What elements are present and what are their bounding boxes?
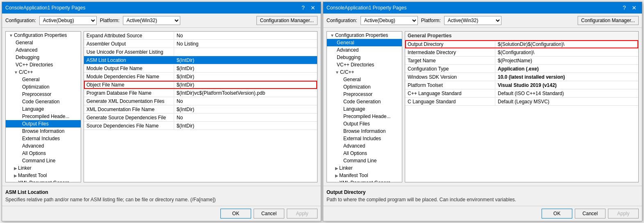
config-manager-btn-2[interactable]: Configuration Manager... [578,16,639,25]
tree-item-vcpp[interactable]: VC++ Directories [6,61,81,68]
apply-button-1[interactable]: Apply [287,209,317,218]
props2-row-int-dir[interactable]: Intermediate Directory $(Configuration)\ [405,48,638,57]
tree-item-cpp-opt[interactable]: Optimization [6,83,81,91]
props2-row-config-type[interactable]: Configuration Type Application (.exe) [405,65,638,73]
tree-label: VC++ Directories [16,62,53,68]
tree-label: C/C++ [19,69,33,75]
tree-item-cpp-pre[interactable]: Preprocessor [6,91,81,98]
props-panel-1[interactable]: Expand Attributed Source No Assembler Ou… [84,31,317,182]
tree-item-debugging[interactable]: Debugging [6,54,81,61]
props-row-unicode-asm[interactable]: Use Unicode For Assembler Listing [84,48,317,56]
tree-label: Linker [18,165,32,171]
tree-item-advanced[interactable]: Advanced [6,46,81,54]
platform-select-1[interactable]: Active(Win32) [123,16,180,25]
props-row-expand-attr[interactable]: Expand Attributed Source No [84,32,317,40]
ok-button-2[interactable]: OK [542,209,572,218]
props-row-pdb[interactable]: Program Database File Name $(IntDir)vc$(… [84,89,317,97]
tree-panel-2[interactable]: ▼ Configuration Properties General Advan… [327,31,402,182]
tree-item-cpp-lang[interactable]: Language [6,105,81,113]
apply-button-2[interactable]: Apply [608,209,639,218]
platform-select-2[interactable]: Active(Win32) [444,16,501,25]
props-row-xml-name[interactable]: XML Documentation File Name $(IntDir) [84,105,317,114]
ok-button-1[interactable]: OK [220,209,251,218]
tree2-item-config-props[interactable]: ▼ Configuration Properties [327,32,402,39]
tree-label: XML Document Genera... [18,180,74,182]
tree-label: Precompiled Heade... [343,114,390,119]
config-select-1[interactable]: Active(Debug) [39,16,97,25]
tree2-item-browse[interactable]: Browse Information [327,127,402,135]
props-value: No [174,98,317,105]
props-row-obj-file[interactable]: Object File Name $(IntDir) [84,81,317,89]
props-row-gen-src[interactable]: Generate Source Dependencies File No [84,114,317,122]
props-panel-2[interactable]: General Properties Output Directory $(So… [405,31,639,182]
tree-item-cmdline[interactable]: Command Line [6,157,81,164]
config-manager-btn-1[interactable]: Configuration Manager... [256,16,317,25]
props-name: C Language Standard [405,98,495,105]
tree2-item-cpp-precomp[interactable]: Precompiled Heade... [327,113,402,120]
props2-row-toolset[interactable]: Platform Toolset Visual Studio 2019 (v14… [405,81,638,89]
tree2-item-cpp-gen[interactable]: General [327,76,402,83]
tree2-item-xmldoc[interactable]: ▶ XML Document Genera... [327,179,402,182]
tree2-item-cpp-opt[interactable]: Optimization [327,83,402,91]
cancel-button-2[interactable]: Cancel [575,209,605,218]
tree-item-allopts[interactable]: All Options [6,150,81,157]
props2-row-cpp-std[interactable]: C++ Language Standard Default (ISO C++14… [405,89,638,98]
tree2-item-debugging[interactable]: Debugging [327,54,402,61]
props-row-gen-xml[interactable]: Generate XML Documentation Files No [84,97,317,105]
tree-item-cpp[interactable]: ▼ C/C++ [6,68,81,76]
tree-item-browse[interactable]: Browse Information [6,127,81,135]
tree-item-cpp-codegen[interactable]: Code Generation [6,98,81,105]
props2-row-target[interactable]: Target Name $(ProjectName) [405,57,638,65]
tree-item-linker[interactable]: ▶ Linker [6,164,81,172]
tree-item-cpp-precomp[interactable]: Precompiled Heade... [6,113,81,120]
help-button-2[interactable]: ? [620,3,629,12]
props-row-asm-output[interactable]: Assembler Output No Listing [84,40,317,48]
dialog-footer-2: OK Cancel Apply [323,206,642,221]
tree2-item-vcpp[interactable]: VC++ Directories [327,61,402,68]
tree-item-adv2[interactable]: Advanced [6,142,81,150]
platform-label-1: Platform: [100,18,120,23]
help-button-1[interactable]: ? [299,3,308,12]
expand-icon: ▶ [14,173,17,178]
tree2-item-allopts[interactable]: All Options [327,150,402,157]
props2-row-c-std[interactable]: C Language Standard Default (Legacy MSVC… [405,98,638,106]
tree2-item-cmdline[interactable]: Command Line [327,157,402,164]
tree2-item-external[interactable]: External Includes [327,135,402,142]
tree2-item-cpp[interactable]: ▼ C/C++ [327,68,402,76]
tree-item-external[interactable]: External Includes [6,135,81,142]
props-row-asm-loc[interactable]: ASM List Location $(IntDir) [84,56,317,64]
tree2-item-cpp-pre[interactable]: Preprocessor [327,91,402,98]
tree2-item-manifest[interactable]: ▶ Manifest Tool [327,172,402,179]
cancel-button-1[interactable]: Cancel [254,209,284,218]
dialog1-title: ConsoleApplication1 Property Pages [5,5,85,11]
tree-item-xmldoc[interactable]: ▶ XML Document Genera... [6,179,81,182]
props-row-src-dep[interactable]: Source Dependencies File Name $(IntDir) [84,122,317,130]
props-row-mod-dep[interactable]: Module Dependencies File Name $(IntDir) [84,73,317,81]
expand-icon: ▶ [14,181,17,183]
tree-item-general[interactable]: General [6,39,81,46]
props-value: $(SolutionDir)$(Configuration)\ [495,41,638,48]
props2-row-output-dir[interactable]: Output Directory $(SolutionDir)$(Configu… [405,40,638,48]
config-select-2[interactable]: Active(Debug) [361,16,418,25]
close-button-2[interactable]: ✕ [630,3,639,12]
tree2-item-adv[interactable]: Advanced [327,142,402,150]
props2-row-sdk[interactable]: Windows SDK Version 10.0 (latest install… [405,73,638,81]
tree-item-config-props[interactable]: ▼ Configuration Properties [6,32,81,39]
tree-label: Configuration Properties [335,32,388,38]
tree-label: Optimization [343,84,371,90]
tree-panel-1[interactable]: ▼ Configuration Properties General Advan… [5,31,81,182]
tree2-item-general[interactable]: General [327,39,402,46]
tree-label: Precompiled Heade... [22,114,69,119]
props-row-mod-output[interactable]: Module Output File Name $(IntDir) [84,64,317,73]
tree-label: Command Line [343,158,376,164]
tree2-item-advanced[interactable]: Advanced [327,46,402,54]
tree-item-manifest[interactable]: ▶ Manifest Tool [6,172,81,179]
tree-item-cpp-general[interactable]: General [6,76,81,83]
tree-item-cpp-output[interactable]: Output Files [6,120,81,127]
tree2-item-cpp-lang[interactable]: Language [327,105,402,113]
title-bar-controls-1: ? ✕ [299,3,317,12]
close-button-1[interactable]: ✕ [308,3,317,12]
tree2-item-cpp-codegen[interactable]: Code Generation [327,98,402,105]
tree2-item-cpp-output[interactable]: Output Files [327,120,402,127]
tree2-item-linker[interactable]: ▶ Linker [327,164,402,172]
